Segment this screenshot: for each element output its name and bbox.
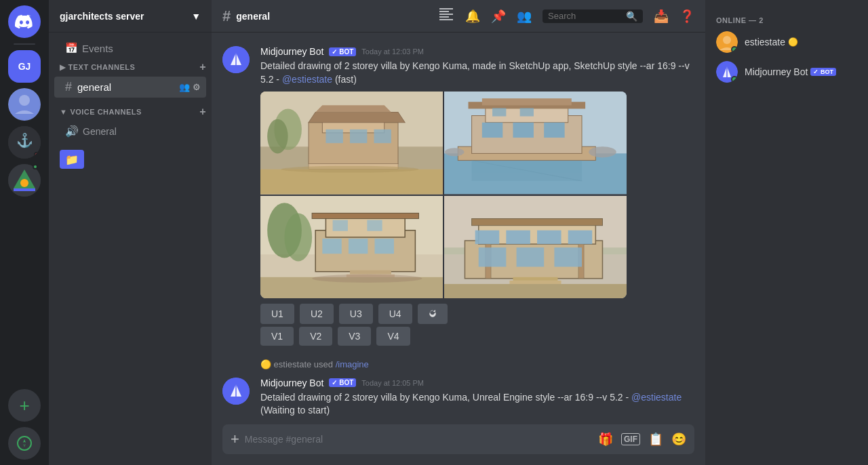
svg-rect-41 [492, 108, 506, 117]
message-timestamp-2: Today at 12:05 PM [361, 379, 424, 387]
refresh-button[interactable] [418, 304, 448, 324]
add-server-button[interactable]: + [8, 389, 41, 422]
channel-settings-icon[interactable]: ⚙ [193, 82, 201, 92]
svg-rect-56 [322, 238, 341, 253]
gift-icon[interactable]: 🎁 [598, 432, 613, 447]
explore-button[interactable] [8, 427, 41, 460]
villa-image-4 [444, 196, 627, 298]
main-chat: # general 🔔 📌 👥 🔍 📥 ❓ [212, 0, 705, 465]
bell-icon[interactable]: 🔔 [465, 9, 480, 24]
upscale-buttons: U1 U2 U3 U4 [260, 304, 694, 324]
svg-rect-76 [517, 247, 545, 266]
server-name-header[interactable]: gjarchitects server ▼ [49, 0, 212, 33]
midjourney-bot-avatar [222, 46, 250, 73]
svg-point-29 [281, 166, 418, 173]
svg-rect-9 [14, 188, 35, 191]
villa-image-grid[interactable] [260, 92, 627, 298]
message-text-1: Detailed drawing of 2 storey villa by Ke… [260, 60, 694, 86]
members-sidebar: ONLINE — 2 estiestate 🟡 Midjour [705, 0, 868, 465]
mention-1: @estiestate [282, 74, 332, 85]
u2-button[interactable]: U2 [300, 304, 334, 324]
svg-rect-78 [513, 277, 558, 280]
chat-input-box: + 🎁 GIF 📋 😊 [222, 424, 694, 454]
v2-button[interactable]: V2 [299, 327, 332, 346]
hash-icon: # [65, 80, 72, 94]
emoji-icon[interactable]: 😊 [671, 432, 686, 447]
message-header-1: Midjourney Bot ✓ BOT Today at 12:03 PM [260, 46, 694, 57]
server-3[interactable]: ⚓ [8, 126, 41, 159]
svg-rect-26 [374, 129, 391, 143]
v3-button[interactable]: V3 [338, 327, 371, 346]
u1-button[interactable]: U1 [260, 304, 294, 324]
svg-rect-75 [479, 247, 507, 266]
user-settings-icon[interactable]: 👥 [179, 82, 190, 92]
message-input[interactable] [245, 434, 593, 445]
svg-rect-28 [260, 169, 443, 195]
member-estiestate[interactable]: estiestate 🟡 [711, 27, 863, 57]
svg-marker-12 [23, 444, 26, 447]
villa-image-2 [444, 92, 627, 194]
gif-button[interactable]: GIF [621, 433, 640, 445]
svg-point-84 [723, 36, 731, 44]
midjourney-bot-avatar-sidebar [716, 61, 738, 83]
u3-button[interactable]: U3 [339, 304, 373, 324]
svg-point-3 [19, 95, 30, 106]
voice-category-arrow: ▼ [60, 108, 67, 116]
mention-2: @estiestate [631, 392, 682, 403]
server-name-text: gjarchitects server [60, 11, 144, 22]
members-icon[interactable]: 👥 [517, 9, 532, 24]
input-icons: 🎁 GIF 📋 😊 [598, 432, 686, 447]
svg-rect-59 [333, 220, 348, 230]
svg-rect-42 [520, 108, 534, 117]
member-midjourney-bot[interactable]: Midjourney Bot ✓ BOT [711, 57, 863, 87]
voice-channel-general[interactable]: 🔊 General [54, 121, 206, 141]
discord-home-button[interactable] [8, 5, 41, 38]
events-channel[interactable]: 📅 Events [54, 39, 206, 58]
search-input[interactable] [548, 11, 623, 21]
svg-rect-37 [482, 98, 572, 105]
search-box[interactable]: 🔍 [542, 9, 643, 23]
channel-name-header: general [236, 11, 270, 22]
chat-header-right: 🔔 📌 👥 🔍 📥 ❓ [438, 7, 694, 25]
server-divider [14, 43, 35, 45]
inbox-icon[interactable]: 📥 [654, 9, 669, 24]
estiestate-online-dot [731, 46, 738, 53]
svg-rect-60 [367, 220, 382, 230]
server-gjarchitects[interactable]: GJ [8, 50, 41, 83]
message-content-2: Midjourney Bot ✓ BOT Today at 12:05 PM D… [260, 378, 694, 418]
svg-marker-22 [309, 113, 405, 123]
svg-rect-54 [350, 270, 391, 274]
estiestate-badge: 🟡 [788, 37, 798, 47]
svg-rect-38 [482, 123, 502, 138]
add-text-channel-button[interactable]: + [199, 61, 206, 73]
svg-rect-77 [554, 247, 582, 266]
threads-icon[interactable] [438, 7, 454, 25]
chat-header-left: # general [222, 7, 270, 25]
svg-rect-73 [537, 230, 561, 243]
online-section-title: ONLINE — 2 [711, 11, 863, 27]
svg-rect-25 [350, 129, 367, 143]
svg-point-50 [285, 213, 313, 261]
help-icon[interactable]: ❓ [679, 9, 694, 24]
u4-button[interactable]: U4 [378, 304, 412, 324]
pin-icon[interactable]: 📌 [491, 9, 506, 24]
voice-channels-category[interactable]: ▼ VOICE CHANNELS + [49, 103, 212, 121]
add-voice-channel-button[interactable]: + [199, 106, 206, 118]
sticker-icon[interactable]: 📋 [648, 432, 663, 447]
folder-item[interactable]: 📁 [49, 142, 212, 177]
add-attachment-button[interactable]: + [231, 430, 239, 448]
message-content-1: Midjourney Bot ✓ BOT Today at 12:03 PM D… [260, 46, 694, 348]
v1-button[interactable]: V1 [260, 327, 294, 346]
text-channels-category[interactable]: ▶ TEXT CHANNELS + [49, 58, 212, 76]
server-4[interactable] [8, 164, 41, 197]
server-list: GJ ⚓ [0, 0, 49, 465]
server-2[interactable] [8, 88, 41, 121]
v4-button[interactable]: V4 [376, 327, 410, 346]
svg-point-10 [18, 437, 31, 450]
svg-rect-71 [475, 230, 500, 243]
svg-rect-40 [544, 123, 564, 138]
villa-image-1 [260, 92, 443, 194]
bot-badge-1: ✓ BOT [329, 47, 356, 56]
speaker-icon: 🔊 [65, 125, 79, 138]
channel-general[interactable]: # general 👥 ⚙ [54, 77, 206, 98]
